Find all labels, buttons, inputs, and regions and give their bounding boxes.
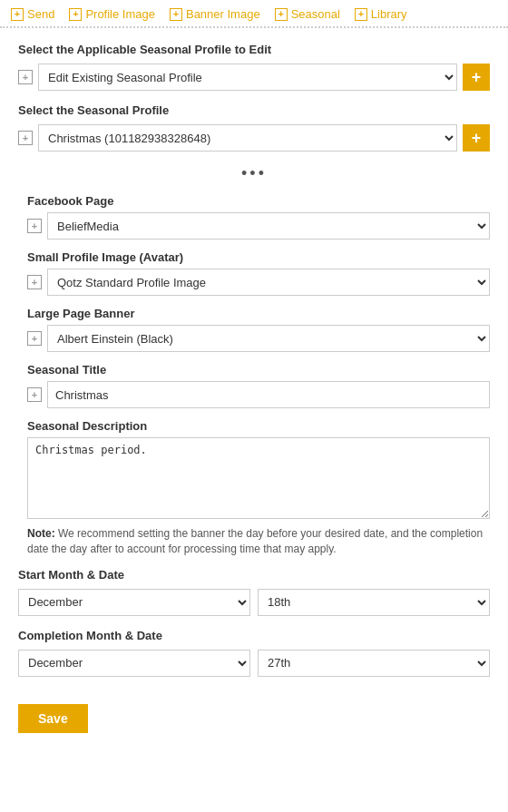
section1-expand-icon[interactable]: + — [18, 70, 33, 84]
nav-item-library[interactable]: + Library — [355, 7, 407, 21]
large-page-banner-label: Large Page Banner — [27, 307, 490, 320]
completion-month-dropdown[interactable]: January February March April May June Ju… — [18, 650, 250, 677]
seasonal-description-textarea[interactable]: Christmas period. — [27, 437, 490, 519]
large-page-banner-dropdown[interactable]: Albert Einstein (Black) — [47, 325, 490, 352]
facebook-page-field: Facebook Page + BeliefMedia — [27, 194, 490, 240]
completion-date-label: Completion Month & Date — [18, 629, 490, 642]
start-day-dropdown[interactable]: 1st2nd3rd 4th5th6th 7th8th9th 10th11th12… — [258, 589, 490, 616]
small-profile-expand-icon[interactable]: + — [27, 275, 42, 289]
nav-label-profile-image: Profile Image — [85, 7, 155, 21]
nav-item-send[interactable]: + Send — [11, 7, 54, 21]
nav-item-seasonal[interactable]: + Seasonal — [275, 7, 340, 21]
start-date-row: January February March April May June Ju… — [18, 589, 490, 616]
facebook-page-row: + BeliefMedia — [27, 212, 490, 240]
profile-image-plus-icon: + — [69, 8, 82, 21]
completion-date-group: Completion Month & Date January February… — [18, 629, 490, 677]
note-body: We recommend setting the banner the day … — [27, 527, 483, 555]
note-text: Note: We recommend setting the banner th… — [27, 526, 490, 557]
main-content: Select the Applicable Seasonal Profile t… — [0, 28, 508, 751]
large-page-banner-row: + Albert Einstein (Black) — [27, 325, 490, 352]
small-profile-image-label: Small Profile Image (Avatar) — [27, 250, 490, 264]
section1-dropdown[interactable]: Edit Existing Seasonal Profile Create Ne… — [38, 64, 457, 91]
nav-item-banner-image[interactable]: + Banner Image — [170, 7, 260, 21]
section2-plus-button[interactable]: + — [463, 124, 490, 152]
note-bold: Note: — [27, 527, 55, 540]
section2-group: Select the Seasonal Profile + Christmas … — [18, 103, 490, 152]
facebook-page-dropdown[interactable]: BeliefMedia — [47, 212, 490, 240]
send-plus-icon: + — [11, 8, 24, 21]
section1-group: Select the Applicable Seasonal Profile t… — [18, 43, 490, 91]
nav-label-send: Send — [27, 7, 54, 21]
seasonal-title-field: Seasonal Title + — [27, 363, 490, 408]
small-profile-image-dropdown[interactable]: Qotz Standard Profile Image — [47, 269, 490, 296]
section2-dropdown[interactable]: Christmas (101182938328648) — [38, 124, 457, 152]
section1-label: Select the Applicable Seasonal Profile t… — [18, 43, 490, 56]
top-nav: + Send + Profile Image + Banner Image + … — [0, 0, 508, 21]
nav-item-profile-image[interactable]: + Profile Image — [69, 7, 155, 21]
small-profile-image-row: + Qotz Standard Profile Image — [27, 269, 490, 296]
section1-plus-button[interactable]: + — [463, 64, 490, 91]
large-page-banner-field: Large Page Banner + Albert Einstein (Bla… — [27, 307, 490, 352]
seasonal-title-expand-icon[interactable]: + — [27, 387, 42, 402]
start-month-dropdown[interactable]: January February March April May June Ju… — [18, 589, 250, 616]
seasonal-title-row: + — [27, 381, 490, 408]
seasonal-title-input[interactable] — [47, 381, 490, 408]
section1-row: + Edit Existing Seasonal Profile Create … — [18, 64, 490, 91]
section2-expand-icon[interactable]: + — [18, 131, 33, 145]
start-date-label: Start Month & Date — [18, 568, 490, 582]
library-plus-icon: + — [355, 8, 367, 21]
completion-day-dropdown[interactable]: 1st2nd3rd 4th5th6th 7th8th9th 10th11th12… — [258, 650, 490, 677]
nav-label-seasonal: Seasonal — [291, 7, 340, 21]
section2-row: + Christmas (101182938328648) + — [18, 124, 490, 152]
ellipsis: ••• — [18, 164, 490, 183]
seasonal-plus-icon: + — [275, 8, 288, 21]
save-button[interactable]: Save — [18, 704, 88, 733]
banner-image-plus-icon: + — [170, 8, 182, 21]
facebook-page-expand-icon[interactable]: + — [27, 219, 42, 233]
start-date-group: Start Month & Date January February Marc… — [18, 568, 490, 616]
seasonal-description-field: Seasonal Description Christmas period. N… — [27, 419, 490, 557]
section2-label: Select the Seasonal Profile — [18, 103, 490, 117]
large-banner-expand-icon[interactable]: + — [27, 331, 42, 346]
seasonal-title-label: Seasonal Title — [27, 363, 490, 377]
nav-label-banner-image: Banner Image — [186, 7, 260, 21]
small-profile-image-field: Small Profile Image (Avatar) + Qotz Stan… — [27, 250, 490, 296]
seasonal-description-label: Seasonal Description — [27, 419, 490, 433]
nav-label-library: Library — [371, 7, 407, 21]
completion-date-row: January February March April May June Ju… — [18, 650, 490, 677]
facebook-page-label: Facebook Page — [27, 194, 490, 208]
sub-section: Facebook Page + BeliefMedia Small Profil… — [18, 194, 490, 557]
